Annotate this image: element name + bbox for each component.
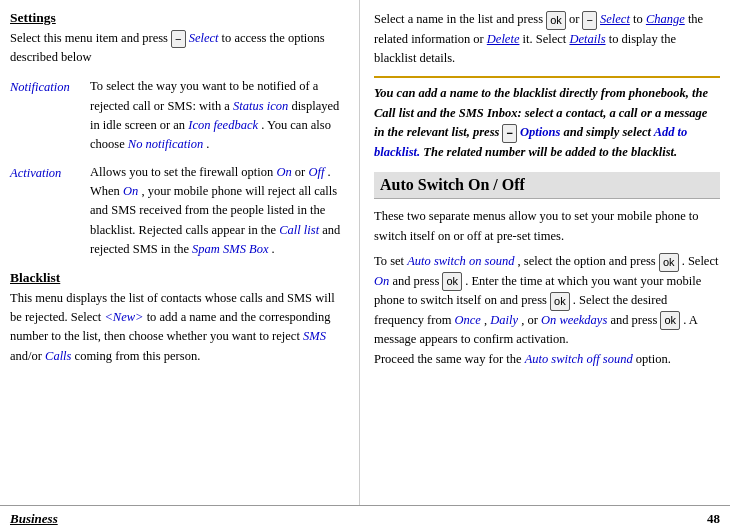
sel-or: or bbox=[569, 12, 579, 26]
auto-switch-heading: Auto Switch On / Off bbox=[374, 172, 720, 199]
auto-text11: option. bbox=[636, 352, 671, 366]
activ-call-list-link: Call list bbox=[279, 223, 319, 237]
footer-right: 48 bbox=[707, 511, 720, 527]
auto-text2: To set bbox=[374, 254, 404, 268]
ok-key1: ok bbox=[546, 11, 566, 30]
icon-feedback-link: Icon feedback bbox=[188, 118, 258, 132]
bl-sms-link: SMS bbox=[303, 329, 326, 343]
activation-definition: Allows you to set the firewall option On… bbox=[90, 163, 345, 260]
bold-italic-block: You can add a name to the blacklist dire… bbox=[374, 84, 720, 162]
blacklist-text: This menu displays the list of contacts … bbox=[10, 289, 345, 367]
settings-intro-text: Select this menu item and press bbox=[10, 31, 168, 45]
auto-switch-off-link: Auto switch off sound bbox=[525, 352, 633, 366]
left-column: Settings Select this menu item and press… bbox=[0, 0, 360, 505]
auto-weekdays-link: On weekdays bbox=[541, 313, 607, 327]
right-top-text: Select a name in the list and press ok o… bbox=[374, 10, 720, 68]
auto-text10: Proceed the same way for the bbox=[374, 352, 522, 366]
auto-ok-key4: ok bbox=[660, 311, 680, 330]
left-key1: − bbox=[582, 11, 596, 30]
auto-on-link: On bbox=[374, 274, 389, 288]
activation-label: Activation bbox=[10, 163, 90, 260]
auto-text8: and press bbox=[610, 313, 657, 327]
activ-text5: . bbox=[272, 242, 275, 256]
bl-new-link: <New> bbox=[104, 310, 143, 324]
settings-select-link: Select bbox=[189, 31, 219, 45]
bold-options-link: Options bbox=[520, 125, 560, 139]
bold-text2: and simply select bbox=[563, 125, 651, 139]
select-key-left: − bbox=[171, 30, 185, 49]
settings-intro: Select this menu item and press − Select… bbox=[10, 29, 345, 67]
auto-text3: , select the option and press bbox=[518, 254, 656, 268]
sel-text1: Select a name in the list and press bbox=[374, 12, 543, 26]
footer-bar: Business 48 bbox=[0, 505, 730, 532]
sel-delete-link: Delete bbox=[487, 32, 520, 46]
auto-para2: To set Auto switch on sound , select the… bbox=[374, 252, 720, 369]
sel-select-link: Select bbox=[600, 12, 630, 26]
auto-switch-text: These two separate menus allow you to se… bbox=[374, 207, 720, 369]
sel-change-link: Change bbox=[646, 12, 685, 26]
right-column: Select a name in the list and press ok o… bbox=[360, 0, 730, 505]
status-icon-link: Status icon bbox=[233, 99, 288, 113]
auto-ok-key2: ok bbox=[442, 272, 462, 291]
sel-text3: to bbox=[633, 12, 643, 26]
auto-ok-key1: ok bbox=[659, 253, 679, 272]
activation-row: Activation Allows you to set the firewal… bbox=[10, 163, 345, 260]
auto-text5: and press bbox=[392, 274, 439, 288]
activ-off-link: Off bbox=[308, 165, 324, 179]
notification-row: Notification To select the way you want … bbox=[10, 77, 345, 155]
auto-daily-link: Daily bbox=[490, 313, 518, 327]
no-notification-link: No notification bbox=[128, 137, 203, 151]
page-container: Settings Select this menu item and press… bbox=[0, 0, 730, 505]
auto-once-link: Once bbox=[455, 313, 481, 327]
bold-text3: The related number will be added to the … bbox=[423, 145, 677, 159]
sel-text5: it. Select bbox=[523, 32, 567, 46]
notif-text4: . bbox=[206, 137, 209, 151]
bl-and: and/or bbox=[10, 349, 42, 363]
notification-label: Notification bbox=[10, 77, 90, 155]
footer-left: Business bbox=[10, 511, 58, 527]
bl-text3: coming from this person. bbox=[75, 349, 201, 363]
blacklist-title: Blacklist bbox=[10, 270, 345, 286]
sel-details-link: Details bbox=[569, 32, 605, 46]
blacklist-section: Blacklist This menu displays the list of… bbox=[10, 270, 345, 367]
activ-or: or bbox=[295, 165, 305, 179]
settings-title: Settings bbox=[10, 10, 345, 26]
activ-text1: Allows you to set the firewall option bbox=[90, 165, 273, 179]
notification-definition: To select the way you want to be notifie… bbox=[90, 77, 345, 155]
auto-switch-sound-link: Auto switch on sound bbox=[407, 254, 514, 268]
auto-comma2: , or bbox=[521, 313, 538, 327]
activ-on-link: On bbox=[276, 165, 291, 179]
auto-para1: These two separate menus allow you to se… bbox=[374, 207, 720, 246]
activ-on2-link: On bbox=[123, 184, 138, 198]
auto-comma1: , bbox=[484, 313, 487, 327]
bl-calls-link: Calls bbox=[45, 349, 71, 363]
auto-text4: . Select bbox=[682, 254, 719, 268]
activ-spam-link: Spam SMS Box bbox=[192, 242, 268, 256]
bold-key: − bbox=[502, 124, 516, 143]
auto-ok-key3: ok bbox=[550, 292, 570, 311]
divider-line bbox=[374, 76, 720, 78]
